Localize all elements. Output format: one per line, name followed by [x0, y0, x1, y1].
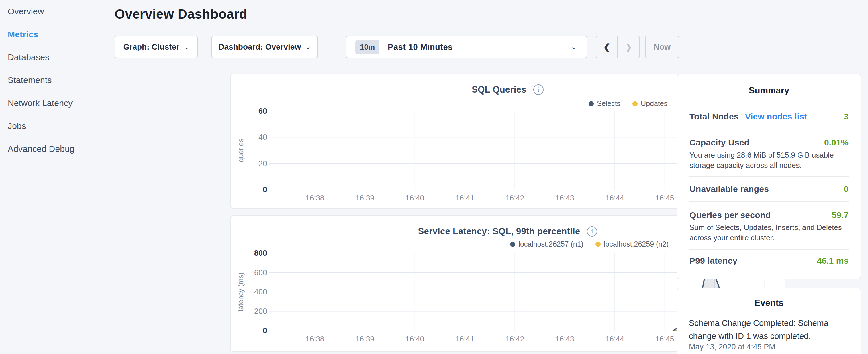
y-axis-label: queries [237, 139, 245, 162]
sidebar-item-advanced-debug[interactable]: Advanced Debug [8, 137, 115, 160]
x-axis-tick: 16:40 [405, 334, 424, 343]
y-axis-tick: 20 [258, 159, 267, 168]
summary-label: Unavailable ranges [689, 184, 769, 194]
x-axis-tick: 16:44 [606, 194, 624, 202]
x-axis-tick: 16:42 [505, 334, 524, 343]
x-axis-tick: 16:43 [555, 334, 574, 343]
summary-label: Queries per second [689, 210, 771, 220]
divider [689, 201, 848, 202]
divider [689, 176, 848, 177]
sidebar: Overview Metrics Databases Statements Ne… [0, 0, 115, 354]
x-axis-tick: 16:45 [655, 194, 674, 202]
summary-row-unavailable-ranges: Unavailable ranges 0 [689, 184, 848, 196]
time-forward-button[interactable]: ❯ [618, 36, 639, 58]
event-item-text: Schema Change Completed: Schema change w… [689, 317, 850, 343]
toolbar-divider [333, 37, 333, 57]
toolbar: Graph: Cluster ⌄ Dashboard: Overview ⌄ 1… [115, 36, 671, 58]
sidebar-item-databases[interactable]: Databases [8, 46, 115, 69]
events-title: Events [677, 298, 861, 308]
now-button[interactable]: Now [645, 36, 679, 58]
y-axis-tick: 800 [254, 249, 267, 257]
divider [689, 129, 848, 129]
summary-description: Sum of Selects, Updates, Inserts, and De… [689, 222, 849, 243]
main-content: Overview Dashboard Graph: Cluster ⌄ Dash… [115, 0, 671, 22]
x-axis-tick: 16:38 [306, 334, 324, 343]
summary-row-p99-latency: P99 latency 46.1 ms [689, 256, 848, 267]
time-range-label: Past 10 Minutes [388, 42, 453, 52]
x-axis-tick: 16:38 [306, 194, 324, 202]
chevron-down-icon: ⌄ [183, 43, 190, 51]
summary-value: 3 [844, 112, 848, 122]
page-title: Overview Dashboard [115, 6, 671, 22]
summary-value: 0.01% [824, 138, 848, 148]
x-axis-tick: 16:44 [606, 334, 624, 343]
sidebar-item-metrics[interactable]: Metrics [8, 23, 115, 46]
x-axis-tick: 16:43 [555, 194, 574, 202]
time-step-buttons: ❮ ❯ [596, 36, 640, 58]
summary-label: Capacity Used [689, 138, 749, 147]
y-axis-tick: 400 [254, 288, 267, 296]
chevron-down-icon: ⌄ [570, 43, 578, 51]
x-axis-tick: 16:42 [505, 194, 524, 202]
y-axis-tick: 600 [254, 268, 267, 277]
summary-title: Summary [677, 85, 861, 96]
summary-value: 59.7 [832, 210, 848, 220]
events-panel: Events Schema Change Completed: Schema c… [677, 288, 861, 354]
sidebar-item-overview[interactable]: Overview [8, 0, 115, 23]
sidebar-item-statements[interactable]: Statements [8, 69, 115, 92]
x-axis-tick: 16:39 [355, 334, 374, 343]
dashboard-dropdown[interactable]: Dashboard: Overview ⌄ [212, 36, 318, 58]
summary-row-queries-per-second: Queries per second 59.7 [689, 210, 848, 222]
x-axis-tick: 16:41 [456, 334, 474, 343]
summary-row-total-nodes: Total NodesView nodes list 3 [689, 112, 848, 123]
divider [689, 250, 848, 250]
graph-dropdown-label: Graph: Cluster [123, 42, 179, 52]
y-axis-label: latency (ms) [237, 272, 245, 311]
y-axis-tick: 40 [258, 133, 267, 141]
summary-panel: Summary Total NodesView nodes list 3 Cap… [677, 74, 861, 279]
y-axis-tick: 0 [263, 326, 267, 335]
chevron-down-icon: ⌄ [305, 43, 312, 51]
summary-value: 0 [844, 184, 848, 194]
x-axis-tick: 16:45 [655, 334, 674, 343]
time-range-badge: 10m [355, 40, 379, 54]
x-axis-tick: 16:41 [456, 194, 474, 202]
time-range-selector[interactable]: 10m Past 10 Minutes ⌄ [346, 36, 587, 58]
y-axis-tick: 200 [254, 307, 267, 316]
summary-label: Total Nodes [689, 112, 739, 121]
graph-dropdown[interactable]: Graph: Cluster ⌄ [115, 36, 198, 58]
summary-label: P99 latency [689, 256, 737, 265]
sidebar-item-network-latency[interactable]: Network Latency [8, 92, 115, 115]
y-axis-tick: 0 [263, 185, 267, 194]
event-item-time: May 13, 2020 at 4:45 PM [689, 343, 775, 351]
y-axis-tick: 60 [258, 107, 267, 116]
x-axis-tick: 16:40 [405, 194, 424, 202]
x-axis-tick: 16:39 [355, 194, 374, 202]
summary-description: You are using 28.6 MiB of 515.9 GiB usab… [689, 150, 849, 170]
view-nodes-list-link[interactable]: View nodes list [745, 112, 807, 121]
dashboard-dropdown-label: Dashboard: Overview [218, 42, 301, 52]
summary-row-capacity-used: Capacity Used 0.01% [689, 138, 848, 149]
summary-value: 46.1 ms [817, 256, 848, 266]
time-back-button[interactable]: ❮ [596, 36, 618, 58]
sidebar-item-jobs[interactable]: Jobs [8, 115, 115, 137]
